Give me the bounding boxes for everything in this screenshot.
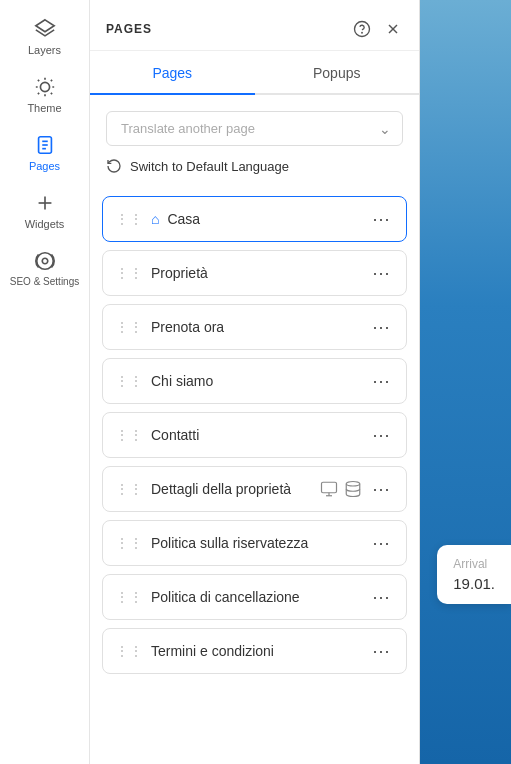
- panel: PAGES Pages Popups Tran: [90, 0, 420, 764]
- help-icon: [353, 20, 371, 38]
- page-name: Proprietà: [151, 265, 368, 281]
- sidebar-item-label: Pages: [29, 160, 60, 172]
- lang-select-wrapper: Translate another page ⌄: [106, 111, 403, 146]
- pages-list: ⋮⋮ ⌂ Casa ⋯ ⋮⋮ Proprietà ⋯ ⋮⋮ Prenota or…: [90, 184, 419, 764]
- drag-handle-icon: ⋮⋮: [115, 643, 143, 659]
- more-options-button[interactable]: ⋯: [368, 208, 394, 230]
- home-icon: ⌂: [151, 211, 159, 227]
- switch-lang-button[interactable]: Switch to Default Language: [106, 156, 289, 176]
- drag-handle-icon: ⋮⋮: [115, 535, 143, 551]
- arrival-value: 19.01.: [453, 575, 495, 592]
- drag-handle-icon: ⋮⋮: [115, 373, 143, 389]
- list-item[interactable]: ⋮⋮ Prenota ora ⋯: [102, 304, 407, 350]
- panel-title: PAGES: [106, 22, 152, 36]
- drag-handle-icon: ⋮⋮: [115, 589, 143, 605]
- panel-header-icons: [351, 18, 403, 40]
- help-button[interactable]: [351, 18, 373, 40]
- theme-icon: [34, 76, 56, 98]
- sidebar-item-pages[interactable]: Pages: [0, 124, 89, 182]
- sidebar-item-theme[interactable]: Theme: [0, 66, 89, 124]
- extra-icons: [320, 480, 362, 498]
- close-button[interactable]: [383, 19, 403, 39]
- tabs: Pages Popups: [90, 51, 419, 95]
- more-options-button[interactable]: ⋯: [368, 640, 394, 662]
- more-options-button[interactable]: ⋯: [368, 532, 394, 554]
- list-item[interactable]: ⋮⋮ Termini e condizioni ⋯: [102, 628, 407, 674]
- svg-point-1: [40, 82, 49, 91]
- svg-point-9: [355, 22, 370, 37]
- arrival-label: Arrival: [453, 557, 495, 571]
- tab-popups[interactable]: Popups: [255, 51, 420, 95]
- drag-handle-icon: ⋮⋮: [115, 211, 143, 227]
- sidebar-item-label: SEO & Settings: [10, 276, 79, 287]
- sidebar-item-label: Theme: [27, 102, 61, 114]
- sidebar-item-label: Widgets: [25, 218, 65, 230]
- list-item[interactable]: ⋮⋮ Politica sulla riservatezza ⋯: [102, 520, 407, 566]
- list-item[interactable]: ⋮⋮ Proprietà ⋯: [102, 250, 407, 296]
- pages-icon: [34, 134, 56, 156]
- sidebar-item-layers[interactable]: Layers: [0, 8, 89, 66]
- lang-area: Translate another page ⌄ Switch to Defau…: [90, 95, 419, 184]
- svg-rect-13: [322, 482, 337, 493]
- sidebar-item-seo[interactable]: SEO & Settings: [0, 240, 89, 297]
- list-item[interactable]: ⋮⋮ Dettagli della proprietà ⋯: [102, 466, 407, 512]
- more-options-button[interactable]: ⋯: [368, 586, 394, 608]
- list-item[interactable]: ⋮⋮ Politica di cancellazione ⋯: [102, 574, 407, 620]
- lang-select[interactable]: Translate another page: [106, 111, 403, 146]
- sidebar: Layers Theme Pages Widgets SEO & Settin: [0, 0, 90, 764]
- arrival-card: Arrival 19.01.: [437, 545, 511, 604]
- switch-lang-label: Switch to Default Language: [130, 159, 289, 174]
- page-name: Politica di cancellazione: [151, 589, 368, 605]
- list-item[interactable]: ⋮⋮ ⌂ Casa ⋯: [102, 196, 407, 242]
- database-icon: [344, 480, 362, 498]
- page-name: Contatti: [151, 427, 368, 443]
- more-options-button[interactable]: ⋯: [368, 478, 394, 500]
- more-options-button[interactable]: ⋯: [368, 424, 394, 446]
- page-name: Politica sulla riservatezza: [151, 535, 368, 551]
- page-name: Casa: [167, 211, 368, 227]
- monitor-icon: [320, 480, 338, 498]
- right-area: Arrival 19.01.: [420, 0, 511, 764]
- drag-handle-icon: ⋮⋮: [115, 265, 143, 281]
- more-options-button[interactable]: ⋯: [368, 262, 394, 284]
- widgets-icon: [34, 192, 56, 214]
- refresh-icon: [106, 158, 122, 174]
- drag-handle-icon: ⋮⋮: [115, 427, 143, 443]
- svg-point-8: [42, 258, 48, 264]
- svg-point-16: [346, 482, 360, 487]
- close-icon: [385, 21, 401, 37]
- page-name: Termini e condizioni: [151, 643, 368, 659]
- list-item[interactable]: ⋮⋮ Chi siamo ⋯: [102, 358, 407, 404]
- tab-pages[interactable]: Pages: [90, 51, 255, 95]
- layers-icon: [34, 18, 56, 40]
- page-name: Chi siamo: [151, 373, 368, 389]
- svg-marker-0: [35, 20, 53, 32]
- sidebar-item-widgets[interactable]: Widgets: [0, 182, 89, 240]
- list-item[interactable]: ⋮⋮ Contatti ⋯: [102, 412, 407, 458]
- seo-icon: [34, 250, 56, 272]
- more-options-button[interactable]: ⋯: [368, 316, 394, 338]
- page-name: Dettagli della proprietà: [151, 481, 320, 497]
- sidebar-item-label: Layers: [28, 44, 61, 56]
- drag-handle-icon: ⋮⋮: [115, 319, 143, 335]
- panel-header: PAGES: [90, 0, 419, 51]
- page-name: Prenota ora: [151, 319, 368, 335]
- drag-handle-icon: ⋮⋮: [115, 481, 143, 497]
- more-options-button[interactable]: ⋯: [368, 370, 394, 392]
